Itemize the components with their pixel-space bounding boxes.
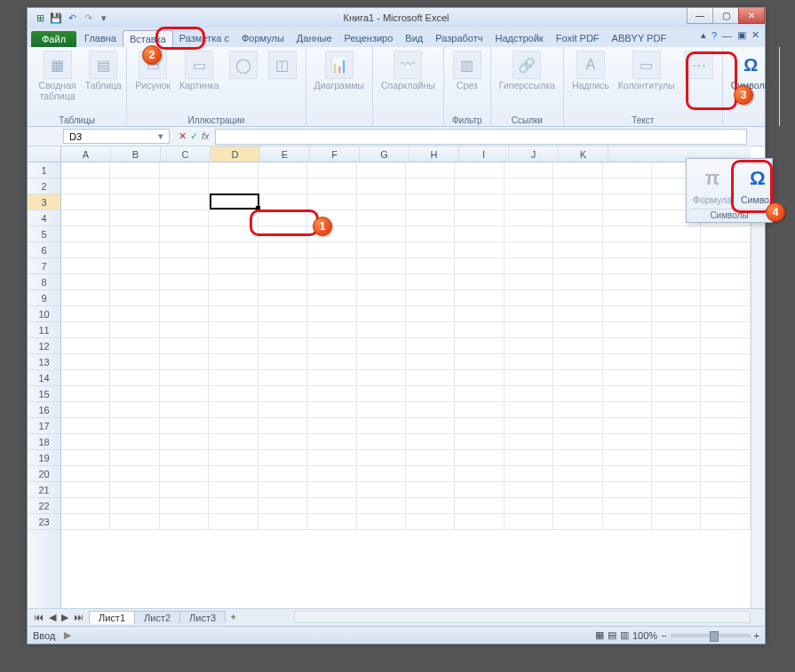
cell[interactable] <box>701 370 750 386</box>
cell[interactable] <box>406 354 455 370</box>
cell[interactable] <box>61 370 110 386</box>
cell[interactable] <box>505 386 553 402</box>
prev-sheet-icon[interactable]: ◀ <box>46 612 59 623</box>
cell[interactable] <box>455 386 504 402</box>
cell[interactable] <box>110 466 159 482</box>
cell[interactable] <box>652 418 701 434</box>
cell[interactable] <box>307 162 356 178</box>
cell[interactable] <box>652 482 701 498</box>
row-header[interactable]: 17 <box>28 418 60 434</box>
cell[interactable] <box>652 274 701 290</box>
cell[interactable] <box>603 194 652 210</box>
cell[interactable] <box>406 482 455 498</box>
cell[interactable] <box>307 274 356 290</box>
cell[interactable] <box>160 450 209 466</box>
cell[interactable] <box>61 402 110 418</box>
cell[interactable] <box>357 466 406 482</box>
cell[interactable] <box>307 466 356 482</box>
cell[interactable] <box>160 290 209 306</box>
cell[interactable] <box>553 498 602 514</box>
sheet-nav[interactable]: ⏮ ◀ ▶ ⏭ <box>28 612 90 623</box>
cell[interactable] <box>701 498 750 514</box>
cell[interactable] <box>701 386 750 402</box>
cell[interactable] <box>406 514 455 530</box>
cell[interactable] <box>61 354 110 370</box>
table-button[interactable]: ▤Таблица <box>85 49 121 103</box>
zoom-slider[interactable] <box>671 634 751 637</box>
row-header[interactable]: 20 <box>28 466 60 482</box>
cell[interactable] <box>110 338 159 354</box>
row-header[interactable]: 2 <box>28 178 60 194</box>
cell[interactable] <box>209 386 258 402</box>
last-sheet-icon[interactable]: ⏭ <box>71 612 86 623</box>
cell[interactable] <box>357 242 406 258</box>
first-sheet-icon[interactable]: ⏮ <box>31 612 46 623</box>
cell[interactable] <box>553 418 602 434</box>
cell[interactable] <box>307 418 356 434</box>
cell[interactable] <box>603 210 652 226</box>
cell[interactable] <box>505 306 553 322</box>
cell[interactable] <box>61 466 110 482</box>
cell[interactable] <box>307 370 356 386</box>
cell[interactable] <box>652 354 701 370</box>
textbox-button[interactable]: AНадпись <box>569 49 612 93</box>
cell[interactable] <box>61 482 110 498</box>
row-header[interactable]: 16 <box>28 402 60 418</box>
cell[interactable] <box>652 226 701 242</box>
cell[interactable] <box>406 386 455 402</box>
cell[interactable] <box>61 226 110 242</box>
cell[interactable] <box>652 466 701 482</box>
row-header[interactable]: 22 <box>28 498 60 514</box>
cell[interactable] <box>61 322 110 338</box>
cell[interactable] <box>160 178 209 194</box>
tab-2[interactable]: Разметка с <box>173 30 235 47</box>
cell[interactable] <box>160 402 209 418</box>
cell[interactable] <box>406 258 455 274</box>
zoom-level[interactable]: 100% <box>632 630 657 641</box>
tab-4[interactable]: Данные <box>290 30 338 47</box>
zoom-in-icon[interactable]: + <box>754 630 759 641</box>
cell[interactable] <box>553 306 602 322</box>
cell[interactable] <box>553 434 602 450</box>
cell[interactable] <box>357 274 406 290</box>
cell[interactable] <box>110 194 159 210</box>
cell[interactable] <box>61 162 110 178</box>
cell[interactable] <box>603 354 652 370</box>
cell[interactable] <box>406 274 455 290</box>
cell[interactable] <box>455 466 504 482</box>
cell[interactable] <box>61 290 110 306</box>
cell[interactable] <box>258 306 307 322</box>
row-header[interactable]: 10 <box>28 306 60 322</box>
cell[interactable] <box>406 450 455 466</box>
img-button[interactable]: ▭Картинка <box>177 49 222 93</box>
cell[interactable] <box>455 274 504 290</box>
cell[interactable] <box>258 514 307 530</box>
cell[interactable] <box>61 514 110 530</box>
smart-button[interactable]: ◫ <box>265 49 300 93</box>
cell[interactable] <box>553 354 602 370</box>
cell[interactable] <box>160 466 209 482</box>
cell[interactable] <box>406 498 455 514</box>
cell[interactable] <box>209 434 258 450</box>
cell[interactable] <box>505 466 553 482</box>
cell[interactable] <box>553 178 602 194</box>
formula-bar[interactable] <box>215 129 747 145</box>
cell[interactable] <box>110 242 159 258</box>
cell[interactable] <box>652 258 701 274</box>
tab-0[interactable]: Главна <box>78 30 123 47</box>
cell[interactable] <box>505 290 553 306</box>
horizontal-scrollbar[interactable] <box>294 611 751 623</box>
cell[interactable] <box>307 306 356 322</box>
cell[interactable] <box>258 178 307 194</box>
cell[interactable] <box>258 290 307 306</box>
cell[interactable] <box>455 514 504 530</box>
cell[interactable] <box>505 418 553 434</box>
cell[interactable] <box>505 274 553 290</box>
cell[interactable] <box>406 338 455 354</box>
cell[interactable] <box>160 434 209 450</box>
maximize-button[interactable]: ▢ <box>712 8 739 24</box>
row-header[interactable]: 21 <box>28 482 60 498</box>
cell[interactable] <box>603 178 652 194</box>
cell[interactable] <box>505 370 553 386</box>
cell[interactable] <box>603 226 652 242</box>
